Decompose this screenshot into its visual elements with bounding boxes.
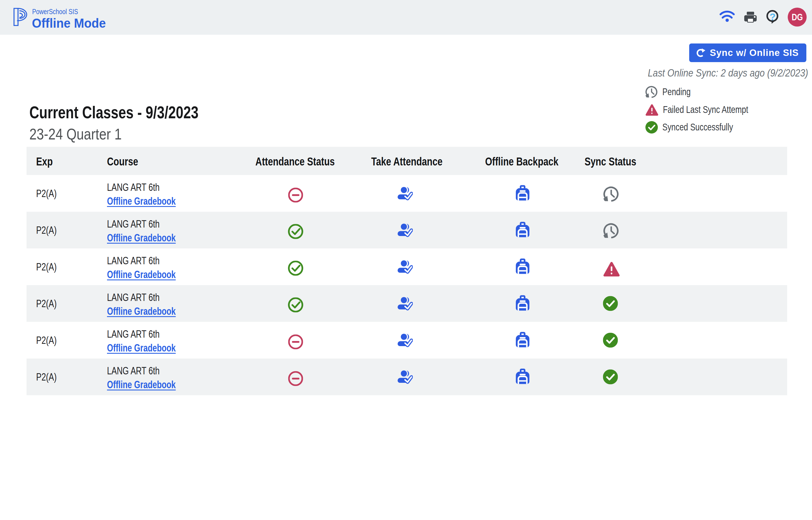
svg-text:?: ? [770,11,776,22]
